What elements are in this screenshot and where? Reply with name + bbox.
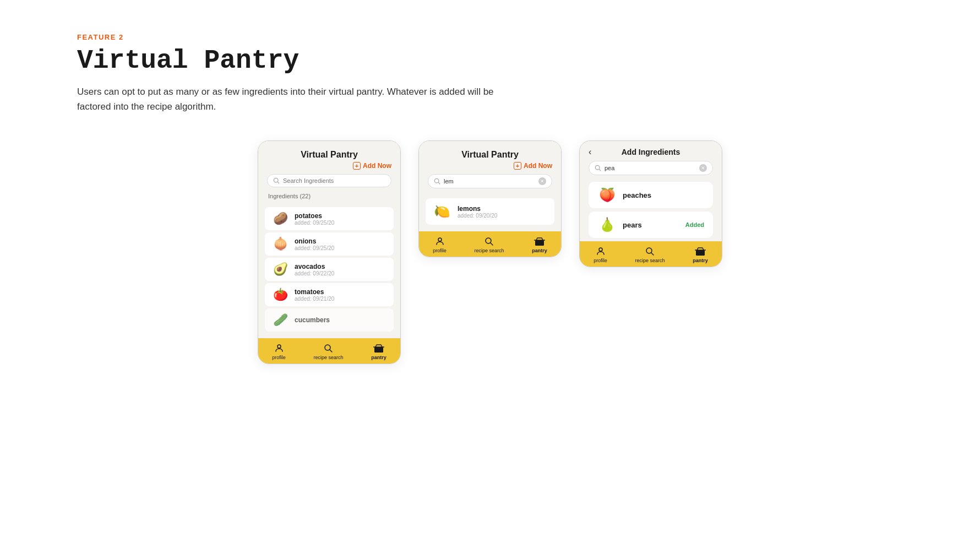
add-now-label: Add Now: [363, 162, 391, 170]
profile-icon: [274, 343, 285, 354]
back-button[interactable]: ‹: [589, 147, 591, 157]
add-now-label-2: Add Now: [524, 162, 552, 170]
nav-profile-2[interactable]: profile: [433, 236, 447, 253]
svg-point-2: [277, 345, 281, 348]
ingredient-list: 🥔 potatoes added: 09/25/20 🧅 onions adde…: [265, 207, 394, 334]
svg-rect-17: [696, 250, 705, 256]
ingredient-name: tomatoes: [295, 288, 334, 296]
ingredient-date: added: 09/25/20: [295, 245, 334, 251]
svg-line-7: [438, 183, 440, 185]
potato-emoji: 🥔: [271, 212, 289, 226]
search-icon: [273, 177, 280, 184]
search-value-2: lem: [444, 178, 535, 185]
search-icon-2: [434, 178, 440, 185]
nav-pantry-label-1: pantry: [371, 355, 386, 360]
svg-line-10: [491, 243, 493, 245]
phone1-bottom-nav: profile recipe search: [258, 338, 400, 364]
nav-pantry-label-3: pantry: [693, 258, 708, 263]
pantry-icon-2: [534, 236, 545, 247]
ingredient-item-cucumbers: 🥒 cucumbers: [265, 308, 394, 332]
peach-emoji: 🍑: [597, 187, 617, 203]
phone2-title: Virtual Pantry: [428, 150, 552, 160]
add-ingredients-title: Add Ingredients: [622, 148, 680, 156]
search-result-lemons: 🍋 lemons added: 09/20/20: [426, 198, 554, 225]
tomato-emoji: 🍅: [271, 288, 289, 302]
ingredient-item-tomatoes: 🍅 tomatoes added: 09/21/20: [265, 283, 394, 306]
phone-mockup-3: ‹ Add Ingredients pea ✕ 🍑 peaches: [579, 140, 722, 267]
svg-line-16: [651, 253, 654, 255]
nav-search-label-3: recipe search: [635, 258, 665, 263]
phone-mockup-2: Virtual Pantry + Add Now lem ✕: [418, 140, 562, 257]
nav-pantry-label-2: pantry: [532, 248, 547, 253]
phone2-search-bar[interactable]: lem ✕: [428, 174, 552, 188]
search-value-3: pea: [605, 165, 696, 171]
phone1-add-now[interactable]: + Add Now: [267, 162, 391, 170]
phone3-bottom-nav: profile recipe search: [580, 241, 722, 267]
feature-label: FEATURE 2: [77, 33, 903, 41]
recipe-search-icon-2: [483, 236, 494, 247]
result-peaches[interactable]: 🍑 peaches: [589, 182, 713, 208]
recipe-search-icon-1: [323, 343, 334, 354]
ingredient-item-onions: 🧅 onions added: 09/25/20: [265, 232, 394, 256]
phone3-search-bar[interactable]: pea ✕: [589, 161, 713, 175]
ingredient-name: avocados: [295, 263, 334, 270]
pears-name: pears: [623, 221, 680, 229]
phone2-bottom-nav: profile recipe search: [419, 231, 561, 257]
nav-search-1[interactable]: recipe search: [313, 343, 343, 360]
nav-search-2[interactable]: recipe search: [474, 236, 504, 253]
phone2-add-now[interactable]: + Add Now: [428, 162, 552, 170]
result-name: lemons: [458, 205, 497, 213]
lemon-emoji: 🍋: [432, 204, 452, 219]
svg-line-1: [277, 182, 279, 184]
pantry-icon-3: [695, 246, 706, 257]
ingredient-date: added: 09/21/20: [295, 296, 334, 302]
svg-rect-5: [374, 347, 383, 353]
ingredient-date: added: 09/22/20: [295, 270, 334, 277]
page-title: Virtual Pantry: [77, 46, 903, 75]
result-pears[interactable]: 🍐 pears Added: [589, 212, 713, 238]
profile-icon-2: [434, 236, 445, 247]
add-icon: +: [353, 162, 361, 170]
phone1-search-bar[interactable]: [267, 174, 391, 187]
mockups-row: Virtual Pantry + Add Now Ingredients (22…: [77, 140, 903, 364]
ingredient-date: added: 09/25/20: [295, 220, 334, 226]
phone1-title: Virtual Pantry: [267, 150, 391, 160]
nav-pantry-2[interactable]: pantry: [532, 236, 547, 253]
phone-mockup-1: Virtual Pantry + Add Now Ingredients (22…: [258, 140, 401, 364]
svg-point-8: [438, 238, 442, 241]
nav-pantry-3[interactable]: pantry: [693, 246, 708, 263]
page-description: Users can opt to put as many or as few i…: [77, 84, 507, 114]
ingredients-count: Ingredients (22): [267, 193, 391, 203]
svg-point-14: [599, 248, 602, 251]
svg-line-13: [599, 170, 601, 171]
nav-search-label-1: recipe search: [313, 355, 343, 360]
nav-search-3[interactable]: recipe search: [635, 246, 665, 263]
pear-emoji: 🍐: [597, 217, 617, 232]
search-icon-3: [595, 165, 601, 171]
ingredient-item-avocados: 🥑 avocados added: 09/22/20: [265, 258, 394, 281]
nav-profile-3[interactable]: profile: [594, 246, 607, 263]
clear-search-icon[interactable]: ✕: [538, 177, 546, 185]
peaches-name: peaches: [623, 191, 704, 199]
added-badge: Added: [685, 221, 704, 228]
profile-icon-3: [595, 246, 606, 257]
ingredient-item-potatoes: 🥔 potatoes added: 09/25/20: [265, 207, 394, 230]
search-input[interactable]: [283, 177, 385, 184]
nav-search-label-2: recipe search: [474, 248, 504, 253]
nav-profile-1[interactable]: profile: [272, 343, 286, 360]
add-ingredients-header: ‹ Add Ingredients: [580, 141, 722, 161]
nav-profile-label-3: profile: [594, 258, 607, 263]
nav-profile-label-1: profile: [272, 355, 286, 360]
recipe-search-icon-3: [644, 246, 655, 257]
nav-pantry-1[interactable]: pantry: [371, 343, 386, 360]
svg-line-4: [330, 350, 332, 352]
add-icon-2: +: [514, 162, 521, 170]
clear-search-icon-3[interactable]: ✕: [699, 164, 707, 172]
cucumber-emoji: 🥒: [271, 313, 289, 327]
ingredient-name: onions: [295, 237, 334, 245]
ingredient-name: cucumbers: [295, 316, 330, 324]
onion-emoji: 🧅: [271, 237, 289, 251]
avocado-emoji: 🥑: [271, 262, 289, 277]
ingredient-name: potatoes: [295, 212, 334, 220]
pantry-icon-1: [373, 343, 384, 354]
